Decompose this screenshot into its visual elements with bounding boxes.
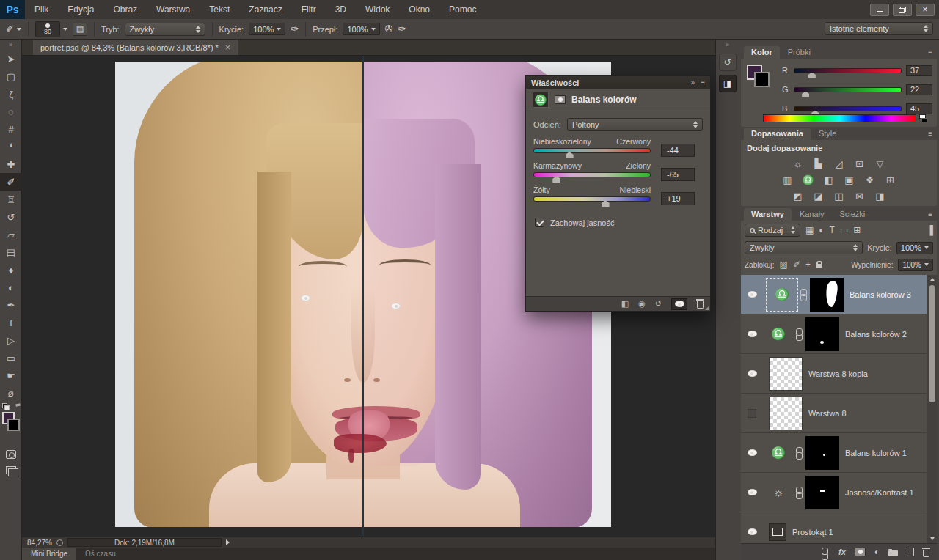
tab-sciezki[interactable]: Ścieżki bbox=[832, 208, 872, 221]
layer-name[interactable]: Balans kolorów 2 bbox=[845, 330, 907, 339]
visibility-toggle[interactable] bbox=[741, 528, 763, 535]
tool-eyedropper[interactable]: ❛ bbox=[0, 138, 22, 155]
layer-row[interactable]: Warstwa 8 kopia bbox=[741, 354, 927, 394]
brush-panel-toggle[interactable]: ▤ bbox=[73, 23, 87, 36]
selective-color-icon[interactable]: ◨ bbox=[872, 191, 888, 202]
workspace-select[interactable]: Istotne elementy bbox=[825, 22, 933, 35]
menu-filtr[interactable]: Filtr bbox=[292, 0, 326, 19]
layer-mask-thumbnail[interactable] bbox=[805, 436, 839, 470]
lock-position-icon[interactable]: + bbox=[805, 259, 811, 270]
layer-name[interactable]: Balans kolorów 3 bbox=[850, 290, 911, 299]
layer-thumbnail[interactable] bbox=[769, 357, 803, 391]
visibility-toggle[interactable] bbox=[741, 409, 763, 418]
tool-clone-stamp[interactable]: ♖ bbox=[0, 191, 22, 208]
filter-smart-objects-icon[interactable]: ⊞ bbox=[853, 225, 861, 235]
tool-type[interactable]: T bbox=[0, 314, 22, 331]
layer-mask-thumbnail[interactable] bbox=[805, 317, 839, 351]
tool-brush[interactable]: ✐ bbox=[0, 173, 22, 191]
pressure-size-icon[interactable]: ✑ bbox=[398, 23, 406, 34]
restore-button[interactable] bbox=[893, 4, 912, 16]
collapse-toolbar-icon[interactable]: » bbox=[0, 40, 21, 50]
menu-edycja[interactable]: Edycja bbox=[58, 0, 103, 19]
threshold-icon[interactable]: ◫ bbox=[831, 191, 847, 202]
tool-quick-select[interactable]: ◌ bbox=[0, 103, 22, 120]
tool-shape[interactable]: ▭ bbox=[0, 349, 22, 366]
properties-title-bar[interactable]: Właściwości » ≡ bbox=[526, 76, 710, 89]
tool-zoom[interactable]: ⌀ bbox=[0, 384, 22, 402]
layer-name[interactable]: Prostokąt 1 bbox=[792, 528, 833, 537]
blend-mode-select[interactable]: Zwykły bbox=[125, 23, 205, 36]
blue-slider[interactable] bbox=[794, 106, 902, 111]
tool-crop[interactable]: # bbox=[0, 120, 22, 138]
green-slider[interactable] bbox=[794, 87, 902, 92]
default-colors-icon[interactable] bbox=[2, 403, 7, 408]
new-layer-icon[interactable] bbox=[907, 548, 914, 556]
delete-adjustment-icon[interactable] bbox=[697, 301, 704, 309]
color-lookup-icon[interactable]: ⊞ bbox=[883, 174, 899, 185]
tool-healing[interactable]: ✚ bbox=[0, 155, 22, 173]
slider-thumb[interactable] bbox=[552, 176, 560, 183]
panel-menu-icon[interactable]: ≡ bbox=[928, 130, 937, 140]
previous-state-icon[interactable]: ◉ bbox=[638, 299, 646, 309]
add-mask-icon[interactable] bbox=[855, 548, 866, 556]
collapse-panel-icon[interactable]: » bbox=[691, 78, 695, 86]
menu-okno[interactable]: Okno bbox=[399, 0, 439, 19]
slider-thumb[interactable] bbox=[808, 73, 816, 78]
layer-row[interactable]: ♎ Balans kolorów 3 bbox=[741, 275, 927, 314]
new-adjustment-icon[interactable]: ◐ bbox=[874, 547, 880, 557]
levels-icon[interactable]: ▙ bbox=[811, 158, 827, 169]
tool-lasso[interactable]: ζ bbox=[0, 85, 22, 103]
posterize-icon[interactable]: ◪ bbox=[811, 191, 827, 202]
swap-colors-icon[interactable]: ⇄ bbox=[15, 402, 21, 408]
color-balance-icon[interactable]: ♎ bbox=[800, 174, 816, 185]
layer-name[interactable]: Warstwa 8 bbox=[808, 409, 847, 418]
slider-thumb[interactable] bbox=[566, 152, 574, 158]
layer-name[interactable]: Jasność/Kontrast 1 bbox=[845, 488, 914, 497]
new-group-icon[interactable] bbox=[888, 550, 898, 556]
exposure-icon[interactable]: ⊡ bbox=[852, 158, 868, 169]
adjustment-thumbnail[interactable]: ☼ bbox=[763, 486, 794, 499]
visibility-toggle[interactable] bbox=[741, 291, 763, 298]
scroll-up-icon[interactable] bbox=[930, 278, 935, 281]
white-black-swatches[interactable] bbox=[918, 114, 928, 122]
channel-mixer-icon[interactable]: ❖ bbox=[862, 174, 878, 185]
layer-opacity-input[interactable]: 100% bbox=[896, 242, 933, 254]
black-white-icon[interactable]: ◧ bbox=[821, 174, 837, 185]
tool-gradient[interactable]: ▤ bbox=[0, 243, 22, 261]
background-color-swatch[interactable] bbox=[754, 72, 770, 87]
red-slider[interactable] bbox=[794, 68, 902, 73]
adjustment-thumbnail[interactable]: ♎ bbox=[763, 446, 794, 460]
slider-thumb[interactable] bbox=[802, 92, 809, 97]
tab-style[interactable]: Style bbox=[811, 128, 844, 140]
layer-row[interactable]: ☼ Jasność/Kontrast 1 bbox=[741, 473, 927, 512]
close-button[interactable]: × bbox=[916, 4, 935, 16]
layer-row[interactable]: ♎ Balans kolorów 1 bbox=[741, 433, 927, 473]
scrollbar-thumb[interactable] bbox=[929, 285, 935, 402]
tool-pen[interactable]: ✒ bbox=[0, 296, 22, 314]
tab-kanaly[interactable]: Kanały bbox=[792, 208, 832, 221]
layer-row[interactable]: ♎ Balans kolorów 2 bbox=[741, 314, 927, 354]
layer-name[interactable]: Warstwa 8 kopia bbox=[808, 369, 868, 378]
photo-filter-icon[interactable]: ▣ bbox=[841, 174, 858, 185]
reset-icon[interactable]: ↺ bbox=[655, 299, 662, 309]
layers-scrollbar[interactable] bbox=[927, 275, 937, 543]
slider-thumb[interactable] bbox=[602, 200, 610, 207]
clip-to-layer-icon[interactable]: ◧ bbox=[621, 299, 629, 309]
tool-path-select[interactable]: ▷ bbox=[0, 331, 22, 349]
layer-row[interactable]: Warstwa 8 bbox=[741, 394, 927, 433]
layer-thumbnail[interactable] bbox=[769, 397, 803, 430]
tab-probki[interactable]: Próbki bbox=[781, 46, 818, 59]
tool-dodge[interactable]: ◐ bbox=[0, 279, 22, 296]
layer-blend-mode-select[interactable]: Zwykły bbox=[745, 241, 863, 254]
filter-type-layers-icon[interactable]: T bbox=[830, 225, 835, 235]
cyan-red-value[interactable]: -44 bbox=[661, 144, 695, 157]
gradient-map-icon[interactable]: ⊠ bbox=[852, 191, 868, 202]
quick-mask-icon[interactable] bbox=[6, 450, 16, 459]
background-color-swatch[interactable] bbox=[7, 419, 20, 431]
layer-styles-icon[interactable]: fx bbox=[838, 548, 846, 556]
tab-kolor[interactable]: Kolor bbox=[744, 46, 780, 59]
visibility-toggle[interactable] bbox=[741, 331, 763, 337]
mask-icon[interactable] bbox=[555, 95, 566, 104]
green-value[interactable]: 22 bbox=[906, 84, 932, 95]
magenta-green-slider[interactable] bbox=[533, 172, 651, 177]
